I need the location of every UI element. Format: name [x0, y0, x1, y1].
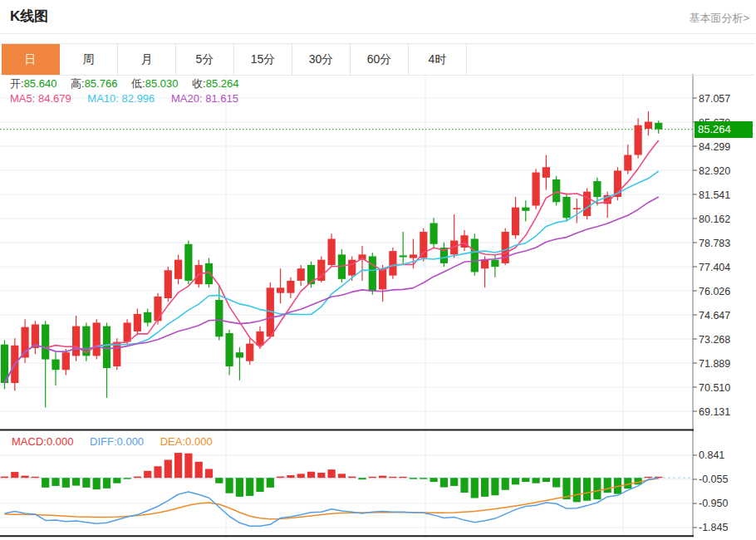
- main-y-axis-labels: 87.05785.67884.29982.92081.54180.16278.7…: [693, 93, 730, 418]
- tab-60min[interactable]: 60分: [351, 44, 409, 75]
- tab-week[interactable]: 周: [60, 44, 118, 75]
- svg-text:0.841: 0.841: [699, 449, 724, 461]
- low-value: 85.030: [145, 77, 179, 90]
- svg-text:87.057: 87.057: [699, 93, 730, 105]
- tabbar-filler: [467, 44, 754, 75]
- svg-text:74.647: 74.647: [699, 310, 730, 322]
- ma10-readout: MA10: 82.996: [87, 92, 155, 105]
- svg-text:77.404: 77.404: [699, 262, 730, 273]
- current-price-badge: 85.264: [695, 121, 753, 138]
- tab-month[interactable]: 月: [118, 44, 176, 75]
- svg-text:70.510: 70.510: [699, 382, 730, 394]
- macd-y-axis-labels: 0.841-0.055-0.950-1.845: [693, 449, 728, 533]
- svg-text:69.131: 69.131: [699, 406, 730, 418]
- ma-readout: MA5: 84.679 MA10: 82.996 MA20: 81.615: [10, 92, 252, 105]
- svg-text:81.541: 81.541: [699, 189, 730, 201]
- tab-15min[interactable]: 15分: [234, 44, 292, 75]
- open-value: 85.640: [24, 77, 57, 90]
- svg-text:-0.950: -0.950: [699, 498, 728, 509]
- svg-text:71.889: 71.889: [699, 358, 730, 370]
- svg-text:84.299: 84.299: [699, 141, 730, 153]
- tab-4hour[interactable]: 4时: [409, 44, 467, 75]
- period-tabbar: 日周月5分15分30分60分4时: [2, 43, 754, 76]
- low-label: 低:: [131, 77, 145, 90]
- fundamental-analysis-link[interactable]: 基本面分析>: [689, 11, 749, 26]
- svg-text:80.162: 80.162: [699, 214, 730, 225]
- ma20-line: [5, 197, 659, 383]
- tab-5min[interactable]: 5分: [176, 44, 234, 75]
- ma5-readout: MA5: 84.679: [10, 92, 71, 105]
- page-title: K线图: [10, 7, 48, 26]
- svg-text:73.268: 73.268: [699, 334, 730, 346]
- open-label: 开:: [10, 77, 24, 90]
- ma20-readout: MA20: 81.615: [171, 92, 238, 105]
- close-label: 收:: [192, 77, 206, 90]
- macd-readout: MACD:0.000 DIFF:0.000 DEA:0.000: [12, 435, 226, 448]
- tab-day[interactable]: 日: [2, 44, 60, 75]
- diff-line: [5, 479, 659, 527]
- diff-value-readout: DIFF:0.000: [90, 435, 144, 448]
- ohlc-readout: 开:85.640 高:85.766 低:85.030 收:85.264: [10, 76, 249, 91]
- header-divider: [0, 33, 756, 34]
- macd-value-readout: MACD:0.000: [12, 435, 73, 448]
- grid-layer: [0, 74, 693, 536]
- tab-30min[interactable]: 30分: [292, 44, 351, 75]
- svg-text:-1.845: -1.845: [699, 522, 728, 533]
- high-label: 高:: [71, 77, 85, 90]
- high-value: 85.766: [85, 77, 118, 90]
- svg-text:-0.055: -0.055: [699, 474, 728, 485]
- dea-line: [5, 479, 659, 519]
- kline-widget: { "header": { "title": "K线图", "link_labe…: [0, 0, 756, 540]
- svg-text:76.026: 76.026: [699, 286, 730, 297]
- ma10-line: [5, 171, 659, 383]
- dea-value-readout: DEA:0.000: [160, 435, 213, 448]
- close-value: 85.264: [206, 77, 239, 90]
- svg-text:82.920: 82.920: [699, 165, 730, 177]
- svg-text:78.783: 78.783: [699, 238, 730, 249]
